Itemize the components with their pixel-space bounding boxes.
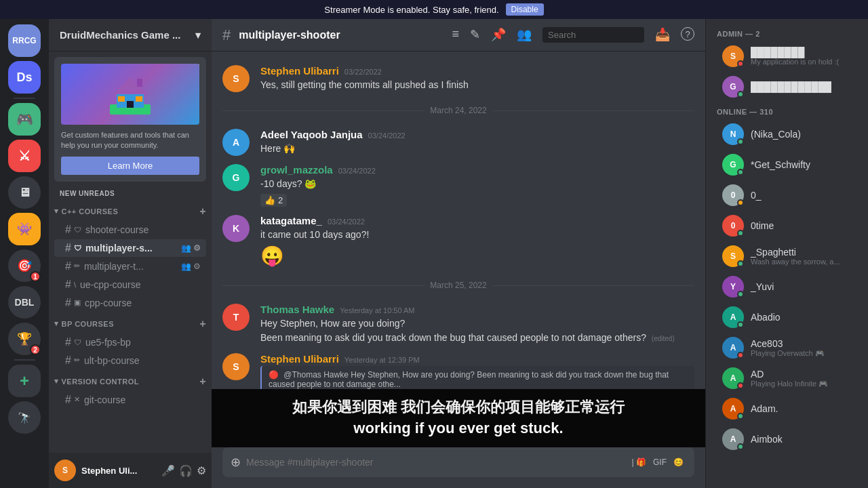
member-item[interactable]: Y _Yuvi <box>711 272 863 302</box>
avatar: A <box>722 398 744 420</box>
subtitle-chinese: 如果你遇到困难 我们会确保你的项目能够正常运行 <box>225 397 692 418</box>
member-item[interactable]: S ████████ My application is on hold :( <box>711 41 863 71</box>
svg-rect-5 <box>136 96 142 102</box>
category-bp-courses[interactable]: ▾ BP COURSES + <box>49 312 212 333</box>
channel-header: # multiplayer-shooter ≡ ✎ 📌 👥 📥 ? <box>212 19 705 52</box>
avatar: Y <box>722 276 744 298</box>
avatar: K <box>222 215 250 242</box>
channel-sidebar: DruidMechanics Game ... ▾ ✕ <box>49 19 212 488</box>
search-input[interactable] <box>542 27 644 43</box>
discover-servers-button[interactable]: 🔭 <box>8 401 41 434</box>
message-input-box: ⊕ | 🎁 GIF 😊 <box>222 447 694 477</box>
promo-house-svg <box>103 70 157 118</box>
message-author: Stephen Ulibarri <box>260 65 339 77</box>
mute-mic-button[interactable]: 🎤 <box>161 464 175 477</box>
help-icon[interactable]: ? <box>681 27 694 41</box>
channel-ue5-fps-bp[interactable]: # 🛡 ue5-fps-bp <box>54 333 206 351</box>
member-item[interactable]: N (Nika_Cola) <box>711 119 863 149</box>
user-name: Stephen Uli... <box>81 466 156 476</box>
server-icon-2[interactable]: ⚔ <box>8 140 41 172</box>
member-item[interactable]: G *Get_Schwifty <box>711 150 863 180</box>
member-item[interactable]: A Abadio <box>711 302 863 332</box>
server-name: DruidMechanics Game ... <box>60 29 180 41</box>
channel-hash-icon: # <box>65 297 71 309</box>
channel-multiplayer-tutorial[interactable]: # ✏ multiplayer-t... 👥 ⚙ <box>54 258 206 275</box>
message-format-icons: | 🎁 GIF 😊 <box>629 458 686 467</box>
member-item[interactable]: G ████████████ <box>711 72 863 102</box>
channel-cpp-course[interactable]: # ▣ cpp-course <box>54 294 206 312</box>
user-settings-button[interactable]: ⚙ <box>197 464 206 477</box>
streamer-mode-text: Streamer Mode is enabled. Stay safe, fri… <box>324 5 498 15</box>
members-icon[interactable]: 👥 <box>517 27 532 43</box>
message-author: Thomas Hawke <box>260 304 334 315</box>
category-version-control[interactable]: ▾ VERSION CONTROL + <box>49 370 212 390</box>
status-dot <box>737 169 744 176</box>
category-cpp-courses[interactable]: ▾ C++ COURSES + <box>49 200 212 220</box>
right-sidebar: ADMIN — 2 S ████████ My application is o… <box>705 19 868 488</box>
admin-section-header: ADMIN — 2 <box>706 24 868 41</box>
date-divider: March 25, 2022 <box>222 281 694 290</box>
svg-rect-4 <box>118 96 125 102</box>
server-icon-3[interactable]: 🖥 <box>8 176 41 209</box>
icon-bar-divider <box>14 98 35 99</box>
member-item[interactable]: A Adam. <box>711 394 863 424</box>
member-item[interactable]: 0 0_ <box>711 180 863 210</box>
channel-ult-bp-course[interactable]: # ✏ ult-bp-course <box>54 352 206 369</box>
server-dropdown-icon: ▾ <box>195 29 201 41</box>
avatar: A <box>222 129 250 156</box>
message-group: S Stephen Ulibarri 03/22/2022 Yes, still… <box>222 62 694 95</box>
message-text: Here 🙌 <box>260 142 694 156</box>
server-header[interactable]: DruidMechanics Game ... ▾ <box>49 19 212 52</box>
message-input-area: ⊕ | 🎁 GIF 😊 <box>212 447 705 488</box>
member-item[interactable]: A Aimbok <box>711 424 863 454</box>
disable-streamer-mode-button[interactable]: Disable <box>506 3 544 16</box>
member-item[interactable]: 0 0time <box>711 211 863 241</box>
server-icon-ds[interactable]: Ds <box>8 61 41 94</box>
threads-icon[interactable]: ≡ <box>452 27 459 43</box>
add-channel-bp-button[interactable]: + <box>199 318 206 330</box>
server-icon-4[interactable]: 👾 <box>8 213 41 245</box>
status-dot <box>737 443 744 450</box>
channel-multiplayer-shooter[interactable]: # 🛡 multiplayer-s... 👥 ⚙ <box>54 239 206 257</box>
status-dot <box>737 321 744 328</box>
status-dot <box>737 413 744 420</box>
icon-bar-divider-2 <box>14 359 35 361</box>
message-input[interactable] <box>246 457 624 468</box>
avatar: 0 <box>722 215 744 237</box>
message-timestamp: Yesterday at 10:50 AM <box>340 306 414 314</box>
server-icon-7[interactable]: 🏆 2 <box>8 323 41 355</box>
add-server-button[interactable]: + <box>8 365 41 397</box>
server-icon-5[interactable]: 🎯 1 <box>8 249 41 282</box>
channel-shooter-course[interactable]: # 🛡 shooter-course <box>54 221 206 239</box>
channel-hash-icon: # <box>65 354 71 367</box>
status-dot <box>737 352 744 359</box>
server-icon-rrcg[interactable]: RRCG <box>8 24 41 57</box>
avatar: S <box>722 45 744 67</box>
pin-icon[interactable]: 📌 <box>491 27 506 43</box>
reply-preview: 🔴 @Thomas Hawke Hey Stephen, How are you… <box>260 366 694 389</box>
date-divider: March 24, 2022 <box>222 106 694 115</box>
server-icon-6[interactable]: DBL <box>8 286 41 319</box>
add-attachment-button[interactable]: ⊕ <box>231 455 241 470</box>
member-item[interactable]: A AD Playing Halo Infinite 🎮 <box>711 363 863 393</box>
add-channel-vc-button[interactable]: + <box>199 375 206 388</box>
server-icon-1[interactable]: 🎮 <box>8 103 41 136</box>
status-dot <box>737 199 744 206</box>
message-text: -10 days? 🐸 <box>260 177 694 191</box>
learn-more-button[interactable]: Learn More <box>61 157 199 175</box>
edit-icon[interactable]: ✎ <box>470 27 480 43</box>
message-timestamp: 03/22/2022 <box>344 68 382 76</box>
channel-git-course[interactable]: # ✕ git-course <box>54 391 206 409</box>
channel-ue-cpp-course[interactable]: # \ ue-cpp-course <box>54 276 206 293</box>
inbox-icon[interactable]: 📥 <box>655 27 670 43</box>
reaction-button[interactable]: 👍 2 <box>260 194 287 207</box>
member-item[interactable]: A Ace803 Playing Overwatch 🎮 <box>711 333 863 363</box>
message-group: K katagatame_ 03/24/2022 it came out 10 … <box>222 212 694 270</box>
online-section-header: ONLINE — 310 <box>706 102 868 119</box>
message-timestamp: Yesterday at 12:39 PM <box>344 356 420 364</box>
channel-hash-icon: # <box>65 224 71 236</box>
add-channel-cpp-button[interactable]: + <box>199 205 206 218</box>
deafen-button[interactable]: 🎧 <box>179 464 193 477</box>
member-item[interactable]: S _Spaghetti Wash away the sorrow, a... <box>711 241 863 271</box>
avatar: N <box>722 123 744 145</box>
